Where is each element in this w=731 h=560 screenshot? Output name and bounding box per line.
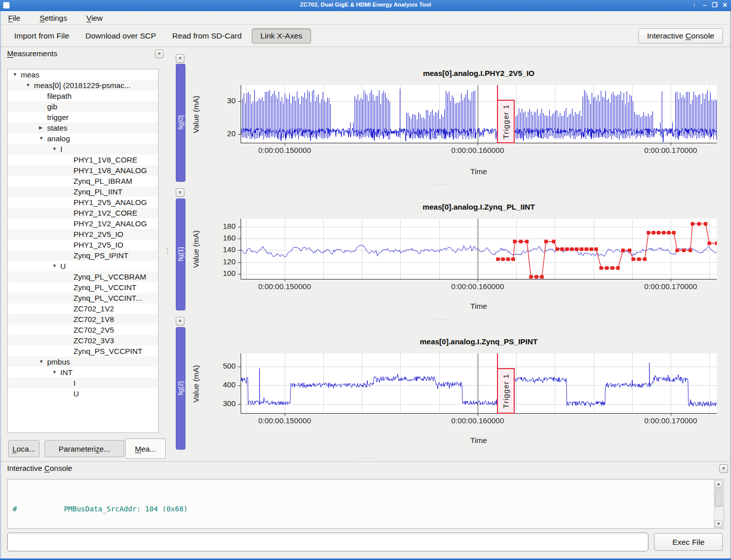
shade-window-icon[interactable]: ↑ [690, 2, 698, 9]
trigger-marker[interactable]: Trigger 1 [497, 368, 515, 414]
maximize-window-icon[interactable]: ❐ [711, 2, 719, 9]
tree-item-zynq-ps-vccpint[interactable]: Zynq_PS_VCCPINT [8, 346, 158, 356]
console-splitter-handle[interactable] [357, 454, 376, 461]
tree-item-u[interactable]: ▼U [8, 261, 158, 271]
import-from-file-button[interactable]: Import from File [8, 29, 75, 43]
titlebar[interactable]: ZC702, Dual GigE & HDMI Energy Analysis … [0, 0, 731, 11]
link-x-axes-toggle[interactable]: Link X-Axes [252, 28, 311, 44]
fig1-plot[interactable]: 1001201401601800:00:00.1500000:00:00.160… [241, 219, 717, 279]
scroll-up-icon[interactable]: ▲ [715, 480, 722, 488]
tab-parameterize[interactable]: Parameterize... [45, 440, 124, 457]
fig0-canvas[interactable] [238, 85, 717, 146]
tree-item-zc702-1v8[interactable]: ZC702_1V8 [8, 314, 158, 325]
tab-measurements[interactable]: Mea... [125, 438, 166, 459]
x-tick-label: 0:00:00.150000 [244, 416, 325, 425]
sidebar-splitter-handle[interactable] [164, 247, 171, 255]
x-tick-label: 0:00:00.160000 [437, 146, 518, 154]
tree-item-phy2-2v5-io[interactable]: PHY2_2V5_IO [8, 229, 158, 239]
fig0-handle[interactable]: fig[0] [176, 64, 185, 182]
tree-item-zynq-pl-vccint-[interactable]: Zynq_PL_VCCINT... [8, 293, 158, 303]
tree-item-label: PHY2_1V2_ANALOG [73, 218, 147, 229]
tree-item-i[interactable]: I [8, 378, 158, 388]
tree-right-triangle-icon[interactable]: ▶ [39, 123, 47, 133]
tree-item-zc702-3v3[interactable]: ZC702_3V3 [8, 335, 158, 346]
interactive-console-button[interactable]: Interactive Console [638, 28, 723, 44]
y-tick-label: 30 [209, 96, 236, 105]
tree-item-zynq-pl-iint[interactable]: Zynq_PL_IINT [8, 186, 158, 197]
tree-item-i[interactable]: ▼I [8, 144, 158, 154]
measurements-close-icon[interactable]: ✕ [155, 50, 164, 58]
tree-item-label: meas [21, 69, 40, 80]
scroll-down-icon[interactable]: ▼ [715, 520, 722, 528]
exec-file-button[interactable]: Exec File [654, 533, 723, 551]
fig0-splitter-handle[interactable] [433, 180, 452, 188]
tree-down-triangle-icon[interactable]: ▼ [52, 144, 60, 154]
tree-item-label: INT [60, 367, 72, 378]
fig1-splitter-handle[interactable] [433, 315, 452, 323]
tree-item-int[interactable]: ▼INT [8, 367, 158, 378]
fig1-close-icon[interactable]: ✕ [176, 188, 184, 197]
tree-item-pmbus[interactable]: ▼pmbus [8, 356, 158, 367]
fig1-handle[interactable]: fig[1] [176, 198, 185, 310]
console-close-icon[interactable]: ✕ [719, 464, 728, 473]
tree-item-label: ZC702_1V2 [73, 303, 114, 314]
tree-item-zc702-1v2[interactable]: ZC702_1V2 [8, 303, 158, 314]
scrollbar-thumb[interactable] [715, 489, 722, 507]
tree-down-triangle-icon[interactable]: ▼ [26, 80, 34, 91]
tree-item-phy1-1v8-core[interactable]: PHY1_1V8_CORE [8, 154, 158, 165]
menu-file[interactable]: File [8, 14, 20, 22]
tree-item-phy2-1v2-analog[interactable]: PHY2_1V2_ANALOG [8, 218, 158, 229]
fig2-plot[interactable]: 3004005000:00:00.1500000:00:00.1600000:0… [241, 353, 717, 414]
tree-item-zynq-pl-ibram[interactable]: Zynq_PL_IBRAM [8, 176, 158, 186]
tree-item-meas-0-20181229-psmac-[interactable]: ▼meas[0] (20181229-psmac... [8, 80, 158, 91]
tree-item-meas[interactable]: ▼meas [8, 69, 158, 80]
tree-down-triangle-icon[interactable]: ▼ [13, 69, 21, 80]
tree-item-zc702-2v5[interactable]: ZC702_2V5 [8, 325, 158, 335]
tree-item-states[interactable]: ▶states [8, 123, 158, 133]
tree-item-phy1-1v8-analog[interactable]: PHY1_1V8_ANALOG [8, 165, 158, 176]
tree-item-analog[interactable]: ▼analog [8, 133, 158, 144]
menu-view[interactable]: View [86, 14, 102, 22]
cursor-line[interactable] [478, 353, 478, 414]
tree-item-zynq-pl-vccbram[interactable]: Zynq_PL_VCCBRAM [8, 271, 158, 282]
trigger-marker[interactable]: Trigger 1 [497, 100, 515, 143]
tree-item-filepath[interactable]: filepath [8, 91, 158, 101]
fig1-ylabel: Value (mA) [190, 219, 201, 279]
tree-down-triangle-icon[interactable]: ▼ [39, 133, 47, 144]
tree-down-triangle-icon[interactable]: ▼ [39, 356, 47, 367]
cursor-line[interactable] [478, 85, 478, 143]
tab-local[interactable]: Loca... [8, 440, 40, 457]
tree-item-trigger[interactable]: trigger [8, 112, 158, 123]
fig2-close-icon[interactable]: ✕ [176, 317, 184, 326]
read-from-sd-card-button[interactable]: Read from SD-Card [166, 29, 248, 43]
menu-settings[interactable]: Settings [40, 14, 67, 22]
tree-item-label: analog [47, 133, 70, 144]
tree-item-zynq-pl-vccint[interactable]: Zynq_PL_VCCINT [8, 282, 158, 293]
x-tick-label: 0:00:00.170000 [630, 146, 711, 154]
x-tick-label: 0:00:00.150000 [244, 146, 325, 154]
tree-item-gib[interactable]: gib [8, 101, 158, 112]
minimize-window-icon[interactable]: – [701, 2, 709, 9]
tree-down-triangle-icon[interactable]: ▼ [52, 367, 60, 378]
tree-item-phy2-1v2-core[interactable]: PHY2_1V2_CORE [8, 208, 158, 218]
tree-item-phy1-2v5-analog[interactable]: PHY1_2V5_ANALOG [8, 197, 158, 208]
console-scrollbar[interactable]: ▲ ▼ [714, 480, 723, 528]
tree-item-u[interactable]: U [8, 388, 158, 399]
console-dock-title: Interactive Console [7, 464, 72, 472]
fig0-plot[interactable]: 20300:00:00.1500000:00:00.1600000:00:00.… [241, 85, 717, 143]
tree-item-zynq-ps-ipint[interactable]: Zynq_PS_IPINT [8, 250, 158, 261]
fig1-canvas[interactable] [238, 219, 717, 283]
fig2-handle[interactable]: fig[2] [176, 327, 185, 450]
close-window-icon[interactable]: ✕ [721, 2, 729, 9]
tree-item-phy1-2v5-io[interactable]: PHY1_2V5_IO [8, 239, 158, 250]
console-separator [0, 461, 731, 462]
console-command-input[interactable] [7, 533, 648, 551]
cursor-line[interactable] [478, 219, 478, 279]
tree-down-triangle-icon[interactable]: ▼ [52, 261, 60, 271]
fig0-close-icon[interactable]: ✕ [176, 54, 184, 63]
tree-item-label: ZC702_3V3 [73, 335, 114, 346]
fig2-canvas[interactable] [238, 353, 717, 417]
download-over-scp-button[interactable]: Download over SCP [80, 29, 163, 43]
measurements-tree[interactable]: ▼meas▼meas[0] (20181229-psmac...filepath… [7, 69, 159, 433]
console-output[interactable]: # PMBusData_SrcAddr: 104 (0x68) # PMBusD… [7, 479, 724, 529]
